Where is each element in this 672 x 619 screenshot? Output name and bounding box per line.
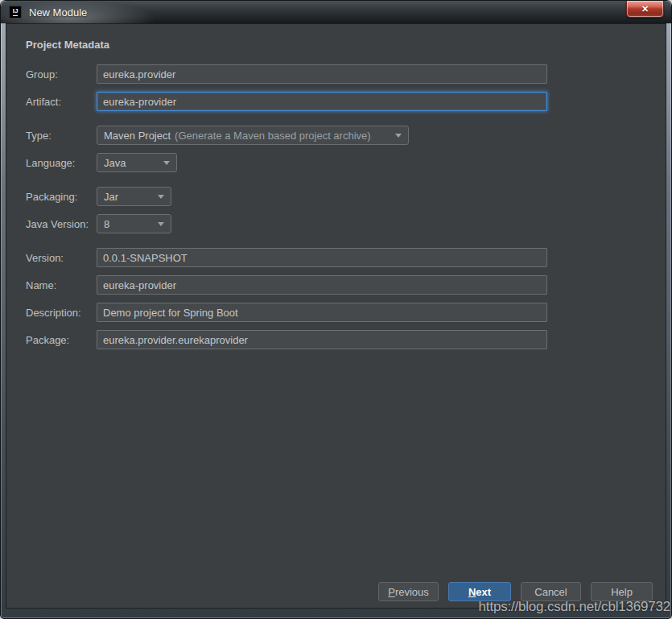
form-row-packaging: Packaging: Jar [26, 187, 666, 206]
java-version-label: Java Version: [26, 218, 97, 230]
language-select[interactable]: Java [97, 153, 177, 172]
dialog-button-bar: Previous Next Cancel Help [378, 582, 653, 601]
close-icon: ✕ [641, 4, 649, 14]
type-select[interactable]: Maven Project (Generate a Maven based pr… [97, 126, 409, 145]
name-input[interactable] [97, 275, 547, 295]
previous-button-label: revious [395, 586, 429, 598]
cancel-button-label: Cancel [534, 586, 567, 598]
page-title: Project Metadata [26, 39, 666, 51]
next-button-mnemonic: N [468, 586, 476, 598]
form-row-language: Language: Java [26, 153, 666, 172]
window-title: New Module [29, 6, 87, 19]
type-value: Maven Project [104, 130, 171, 142]
version-label: Version: [26, 252, 97, 264]
new-module-dialog: IJ New Module ✕ Project Metadata Group: … [0, 0, 672, 619]
cancel-button[interactable]: Cancel [521, 582, 581, 601]
packaging-label: Packaging: [26, 191, 97, 203]
form-row-type: Type: Maven Project (Generate a Maven ba… [26, 126, 666, 145]
package-input[interactable] [97, 330, 547, 349]
packaging-select[interactable]: Jar [97, 187, 171, 206]
previous-button[interactable]: Previous [378, 582, 439, 601]
dialog-content: Project Metadata Group: Artifact: Type: … [6, 23, 666, 609]
close-button[interactable]: ✕ [626, 1, 664, 18]
packaging-value: Jar [104, 191, 118, 203]
language-value: Java [104, 157, 126, 169]
chevron-down-icon [163, 161, 170, 165]
chevron-down-icon [395, 134, 402, 138]
version-input[interactable] [97, 248, 547, 267]
chevron-down-icon [158, 195, 164, 199]
form-row-description: Description: [26, 303, 666, 322]
intellij-logo-text: IJ [13, 8, 19, 16]
intellij-logo-icon: IJ [9, 6, 22, 19]
description-label: Description: [26, 307, 97, 319]
package-label: Package: [26, 334, 97, 346]
group-label: Group: [26, 68, 97, 80]
form-row-java-version: Java Version: 8 [26, 214, 666, 233]
description-input[interactable] [97, 303, 547, 322]
type-note: (Generate a Maven based project archive) [175, 130, 371, 142]
artifact-label: Artifact: [26, 96, 97, 108]
language-label: Language: [26, 157, 97, 169]
java-version-select[interactable]: 8 [97, 214, 171, 233]
form-row-group: Group: [26, 64, 666, 84]
group-input[interactable] [97, 64, 547, 84]
form-row-package: Package: [26, 330, 666, 349]
title-bar[interactable]: IJ New Module ✕ [1, 1, 671, 23]
form-row-artifact: Artifact: [26, 92, 666, 111]
type-label: Type: [26, 130, 97, 142]
help-button[interactable]: Help [591, 582, 653, 601]
form-row-name: Name: [26, 275, 666, 295]
previous-button-mnemonic: P [388, 586, 395, 598]
next-button-label: ext [476, 586, 491, 598]
name-label: Name: [26, 279, 97, 291]
next-button[interactable]: Next [448, 582, 511, 601]
form-row-version: Version: [26, 248, 666, 267]
java-version-value: 8 [104, 218, 109, 230]
help-button-label: Help [611, 586, 633, 598]
chevron-down-icon [158, 222, 164, 226]
artifact-input[interactable] [97, 92, 547, 111]
